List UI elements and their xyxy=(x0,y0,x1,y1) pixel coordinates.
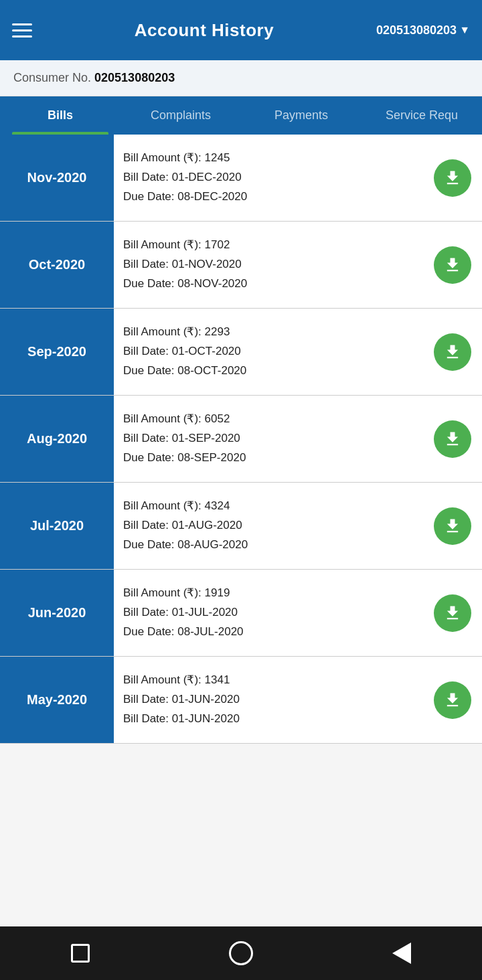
chevron-down-icon: ▼ xyxy=(459,24,470,36)
consumer-number: 020513080203 xyxy=(94,71,175,84)
bill-date: Bill Date: 01-JUN-2020 xyxy=(123,690,414,710)
square-icon xyxy=(71,944,90,963)
bill-due-date: Due Date: 08-JUL-2020 xyxy=(123,623,414,642)
bill-due-date: Due Date: 08-NOV-2020 xyxy=(123,274,414,294)
bill-month: Jun-2020 xyxy=(0,570,114,656)
bill-amount: Bill Amount (₹): 1245 xyxy=(123,149,414,168)
download-button[interactable] xyxy=(434,246,471,284)
download-button[interactable] xyxy=(434,507,471,545)
bill-details: Bill Amount (₹): 1341Bill Date: 01-JUN-2… xyxy=(114,660,423,740)
download-button[interactable] xyxy=(434,420,471,458)
bill-details: Bill Amount (₹): 1919Bill Date: 01-JUL-2… xyxy=(114,573,423,653)
bill-amount: Bill Amount (₹): 4324 xyxy=(123,497,414,516)
bill-month: Sep-2020 xyxy=(0,309,114,395)
bill-details: Bill Amount (₹): 1702Bill Date: 01-NOV-2… xyxy=(114,225,423,305)
bill-details: Bill Amount (₹): 2293Bill Date: 01-OCT-2… xyxy=(114,312,423,392)
app-header: Account History 020513080203 ▼ xyxy=(0,0,482,60)
nav-home-button[interactable] xyxy=(224,936,258,970)
table-row: Jul-2020Bill Amount (₹): 4324Bill Date: … xyxy=(0,483,482,570)
bill-download-section xyxy=(423,159,482,197)
bill-details: Bill Amount (₹): 6052Bill Date: 01-SEP-2… xyxy=(114,399,423,479)
bill-download-section xyxy=(423,420,482,458)
bill-download-section xyxy=(423,333,482,371)
bill-date: Bill Date: 01-DEC-2020 xyxy=(123,168,414,187)
bill-due-date: Due Date: 08-OCT-2020 xyxy=(123,361,414,381)
bill-details: Bill Amount (₹): 4324Bill Date: 01-AUG-2… xyxy=(114,486,423,566)
account-number: 020513080203 xyxy=(376,23,457,37)
page-title: Account History xyxy=(135,20,274,41)
tab-payments[interactable]: Payments xyxy=(241,96,362,135)
bill-download-section xyxy=(423,681,482,719)
triangle-icon xyxy=(392,943,411,964)
bill-date: Bill Date: 01-SEP-2020 xyxy=(123,429,414,448)
nav-square-button[interactable] xyxy=(64,936,97,970)
download-button[interactable] xyxy=(434,333,471,371)
account-selector[interactable]: 020513080203 ▼ xyxy=(376,23,470,37)
bill-date-partial: Bill Date: 01-JUN-2020 xyxy=(123,710,414,729)
bill-due-date: Due Date: 08-AUG-2020 xyxy=(123,536,414,555)
bottom-nav xyxy=(0,926,482,980)
bill-due-date: Due Date: 08-SEP-2020 xyxy=(123,448,414,468)
bill-due-date: Due Date: 08-DEC-2020 xyxy=(123,187,414,207)
bill-download-section xyxy=(423,594,482,632)
table-row: Sep-2020Bill Amount (₹): 2293Bill Date: … xyxy=(0,309,482,396)
consumer-bar: Consumer No. 020513080203 xyxy=(0,60,482,96)
download-button[interactable] xyxy=(434,159,471,197)
bills-list: Nov-2020Bill Amount (₹): 1245Bill Date: … xyxy=(0,135,482,744)
bill-details: Bill Amount (₹): 1245Bill Date: 01-DEC-2… xyxy=(114,138,423,218)
tab-bar: Bills Complaints Payments Service Requ xyxy=(0,96,482,135)
circle-icon xyxy=(229,941,253,965)
bill-amount: Bill Amount (₹): 1341 xyxy=(123,671,414,690)
table-row: Nov-2020Bill Amount (₹): 1245Bill Date: … xyxy=(0,135,482,222)
bill-date: Bill Date: 01-NOV-2020 xyxy=(123,255,414,274)
table-row: May-2020Bill Amount (₹): 1341Bill Date: … xyxy=(0,657,482,744)
bill-month: Aug-2020 xyxy=(0,396,114,482)
table-row: Jun-2020Bill Amount (₹): 1919Bill Date: … xyxy=(0,570,482,657)
bill-month: Oct-2020 xyxy=(0,222,114,308)
bill-month: Nov-2020 xyxy=(0,135,114,221)
bill-date: Bill Date: 01-AUG-2020 xyxy=(123,516,414,536)
bill-month: May-2020 xyxy=(0,657,114,743)
bill-download-section xyxy=(423,246,482,284)
tab-complaints[interactable]: Complaints xyxy=(120,96,241,135)
bill-amount: Bill Amount (₹): 1702 xyxy=(123,236,414,255)
tab-bills[interactable]: Bills xyxy=(0,96,120,135)
menu-button[interactable] xyxy=(12,23,32,37)
table-row: Aug-2020Bill Amount (₹): 6052Bill Date: … xyxy=(0,396,482,483)
tab-service-req[interactable]: Service Requ xyxy=(362,96,482,135)
consumer-label: Consumer No. xyxy=(13,71,91,84)
bill-month: Jul-2020 xyxy=(0,483,114,569)
table-row: Oct-2020Bill Amount (₹): 1702Bill Date: … xyxy=(0,222,482,309)
bill-amount: Bill Amount (₹): 6052 xyxy=(123,410,414,429)
bill-amount: Bill Amount (₹): 1919 xyxy=(123,584,414,603)
download-button[interactable] xyxy=(434,594,471,632)
download-button[interactable] xyxy=(434,681,471,719)
bill-date: Bill Date: 01-JUL-2020 xyxy=(123,603,414,623)
bill-date: Bill Date: 01-OCT-2020 xyxy=(123,342,414,361)
nav-back-button[interactable] xyxy=(385,936,418,970)
bill-download-section xyxy=(423,507,482,545)
bill-amount: Bill Amount (₹): 2293 xyxy=(123,323,414,342)
